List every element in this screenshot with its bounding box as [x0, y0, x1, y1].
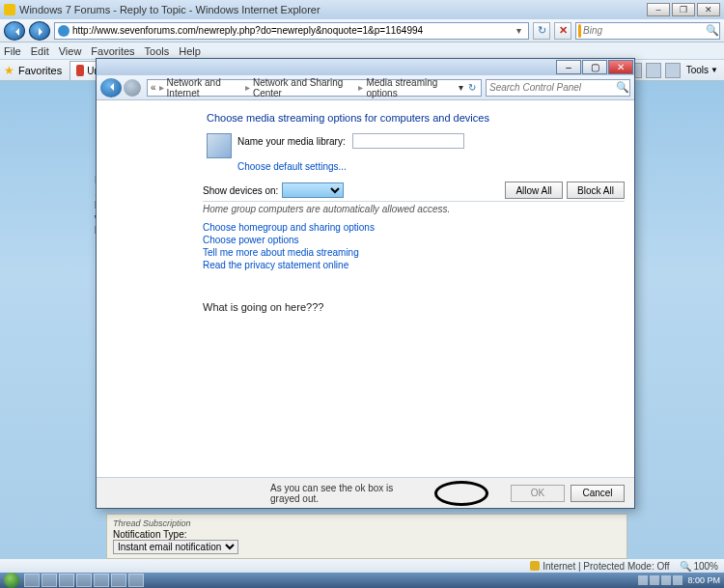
breadcrumb-lvl2[interactable]: Network and Sharing Center [253, 77, 356, 98]
link-media-streaming-help[interactable]: Tell me more about media streaming [203, 247, 634, 258]
breadcrumb-refresh-icon[interactable]: ↻ [466, 82, 478, 93]
url-text: http://www.sevenforums.com/newreply.php?… [72, 25, 512, 36]
taskbar-explorer-icon[interactable] [42, 574, 57, 587]
tab-1-favicon [76, 65, 84, 76]
notification-type-label: Notification Type: [113, 529, 187, 540]
refresh-icon: ↻ [538, 24, 546, 37]
tray-volume-icon[interactable] [673, 575, 682, 585]
address-bar[interactable]: http://www.sevenforums.com/newreply.php?… [54, 22, 529, 40]
window-title: Windows 7 Forums - Reply to Topic - Wind… [19, 4, 320, 15]
breadcrumb-lvl3[interactable]: Media streaming options [366, 77, 455, 98]
breadcrumb-sep-icon: ▸ [358, 82, 363, 93]
link-homegroup-sharing[interactable]: Choose homegroup and sharing options [203, 222, 634, 233]
taskbar-app-icon[interactable] [128, 574, 144, 587]
media-library-icon [207, 133, 232, 158]
favorites-star-icon[interactable]: ★ [4, 64, 14, 77]
maximize-button[interactable]: ❐ [672, 3, 695, 16]
ie-search-box[interactable]: 🔍 [575, 22, 720, 40]
link-privacy-statement[interactable]: Read the privacy statement online [203, 260, 634, 270]
back-button[interactable] [4, 21, 25, 41]
homegroup-note: Home group computers are automatically a… [203, 201, 625, 214]
ie-titlebar: Windows 7 Forums - Reply to Topic - Wind… [0, 0, 724, 19]
breadcrumb-sep-icon: ▸ [245, 82, 250, 93]
tools-menu[interactable]: Tools [686, 65, 709, 75]
cp-maximize-button[interactable]: ▢ [582, 60, 607, 74]
allow-all-button[interactable]: Allow All [505, 182, 563, 199]
breadcrumb[interactable]: « ▸ Network and Internet ▸ Network and S… [147, 79, 482, 97]
cp-minimize-button[interactable]: – [556, 60, 581, 74]
start-button[interactable] [4, 573, 19, 588]
cp-footer: As you can see the ok box is grayed out.… [97, 477, 634, 508]
block-all-button[interactable]: Block All [567, 182, 625, 199]
tray-icon[interactable] [638, 575, 648, 585]
tray-network-icon[interactable] [661, 575, 671, 585]
ie-search-input[interactable] [583, 25, 706, 36]
cancel-button[interactable]: Cancel [571, 485, 625, 502]
library-name-input[interactable] [352, 133, 464, 149]
zoom-indicator[interactable]: 🔍 100% [680, 561, 718, 572]
page-heading: Choose media streaming options for compu… [97, 108, 634, 133]
protected-mode-text: Internet | Protected Mode: Off [543, 561, 669, 572]
name-library-label: Name your media library: [237, 134, 346, 147]
tray-icon[interactable] [650, 575, 659, 585]
breadcrumb-sep-icon: ▸ [159, 82, 164, 93]
menu-favorites[interactable]: Favorites [91, 45, 134, 57]
search-icon[interactable]: 🔍 [706, 24, 719, 37]
stop-button[interactable]: ✕ [554, 22, 571, 40]
minimize-button[interactable]: – [647, 3, 670, 16]
refresh-button[interactable]: ↻ [533, 22, 550, 40]
bing-icon [578, 24, 581, 38]
cp-close-button[interactable]: ✕ [608, 60, 633, 74]
breadcrumb-dropdown-icon[interactable]: ▾ [455, 82, 466, 93]
globe-icon [58, 25, 70, 37]
taskbar-ie-icon[interactable] [24, 574, 40, 587]
tools-dropdown-icon[interactable]: ▼ [710, 66, 718, 74]
forward-button[interactable] [29, 21, 50, 41]
link-power-options[interactable]: Choose power options [203, 235, 634, 245]
taskbar-app-icon[interactable] [76, 574, 92, 587]
show-devices-select[interactable] [282, 182, 344, 198]
print-icon[interactable] [665, 63, 681, 78]
shield-icon [530, 561, 540, 571]
page-favicon [4, 4, 15, 15]
thread-heading: Thread Subscription [113, 518, 621, 528]
related-links: Choose homegroup and sharing options Cho… [97, 214, 634, 270]
taskbar-wmp-icon[interactable] [59, 574, 74, 587]
user-question: What is going on here??? [97, 272, 634, 313]
taskbar-app-icon[interactable] [94, 574, 109, 587]
search-icon[interactable]: 🔍 [616, 81, 629, 95]
breadcrumb-root-icon: « [151, 82, 156, 93]
close-button[interactable]: ✕ [697, 3, 720, 16]
cp-search-box[interactable]: 🔍 [486, 79, 630, 97]
notification-type-select[interactable]: Instant email notification [113, 540, 238, 554]
footer-note: As you can see the ok box is grayed out. [270, 483, 425, 504]
thread-subscription-box: Thread Subscription Notification Type: I… [106, 514, 627, 559]
cp-search-input[interactable] [487, 82, 616, 93]
menu-view[interactable]: View [59, 45, 82, 57]
cp-nav-bar: « ▸ Network and Internet ▸ Network and S… [97, 75, 634, 100]
favorites-label[interactable]: Favorites [18, 65, 62, 76]
mail-icon[interactable] [646, 63, 661, 78]
choose-default-settings-link[interactable]: Choose default settings... [237, 161, 347, 172]
breadcrumb-lvl1[interactable]: Network and Internet [167, 77, 242, 98]
cp-back-button[interactable] [100, 78, 122, 98]
control-panel-window: – ▢ ✕ « ▸ Network and Internet ▸ Network… [96, 58, 635, 509]
cp-body: Choose media streaming options for compu… [97, 100, 634, 477]
menu-file[interactable]: File [4, 45, 21, 57]
cp-forward-button[interactable] [124, 79, 141, 97]
taskbar-app-icon[interactable] [111, 574, 126, 587]
menu-tools[interactable]: Tools [145, 45, 170, 57]
menu-help[interactable]: Help [179, 45, 201, 57]
taskbar-clock[interactable]: 8:00 PM [687, 575, 720, 585]
cp-titlebar: – ▢ ✕ [97, 59, 634, 75]
stop-icon: ✕ [559, 24, 568, 37]
ok-button: OK [511, 485, 565, 502]
address-dropdown-icon[interactable]: ▾ [512, 25, 525, 36]
windows-taskbar: 8:00 PM [0, 573, 724, 588]
menu-edit[interactable]: Edit [31, 45, 49, 57]
show-devices-label: Show devices on: [203, 185, 278, 196]
ie-nav-bar: http://www.sevenforums.com/newreply.php?… [0, 19, 724, 42]
ie-status-bar: Internet | Protected Mode: Off 🔍 100% [0, 559, 724, 573]
